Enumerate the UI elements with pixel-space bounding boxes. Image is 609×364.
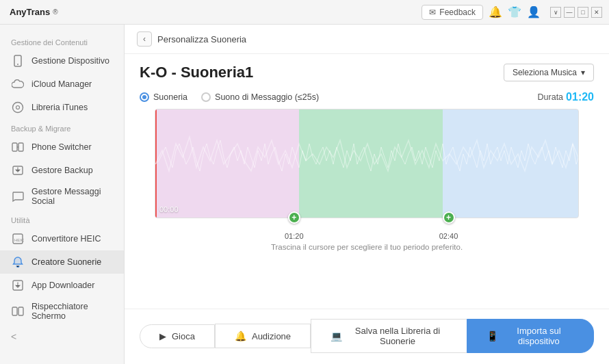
sidebar-section-utility: Utilità (0, 211, 124, 227)
radio-messaggio[interactable]: Suono di Messaggio (≤25s) (201, 92, 319, 102)
action-bar: ▶ Gioca 🔔 Audizione 💻 Salva nella Librer… (125, 309, 609, 364)
sidebar-item-gestore-backup[interactable]: Gestore Backup (0, 159, 124, 182)
music-icon (11, 101, 25, 114)
page-title: K-O - Suoneria1 (140, 64, 253, 81)
sidebar-label-phone-switcher: Phone Switcher (31, 142, 92, 152)
play-icon: ▶ (159, 331, 166, 341)
sidebar-item-itunes[interactable]: Libreria iTunes (0, 96, 124, 119)
drag-handle-left[interactable] (288, 211, 300, 224)
play-label: Gioca (172, 331, 195, 341)
dropdown-icon: ▾ (581, 68, 585, 77)
backup-icon (11, 164, 25, 177)
sidebar-section-content: Gestione dei Contenuti (0, 33, 124, 49)
sidebar-item-messaggi[interactable]: Gestore Messaggi Social (0, 182, 124, 211)
window-controls: ∨ — □ ✕ (550, 7, 602, 18)
save-label: Salva nella Libreria di Suonerie (348, 326, 448, 346)
back-icon: ‹ (143, 34, 146, 44)
app-name: AnyTrans (10, 7, 50, 17)
save-icon: 💻 (331, 330, 342, 341)
drag-handle-right[interactable] (443, 211, 455, 224)
sidebar: Gestione dei Contenuti Gestione Disposit… (0, 25, 125, 364)
svg-rect-5 (18, 143, 23, 151)
svg-point-1 (17, 64, 18, 65)
radio-label-suoneria: Suoneria (153, 92, 187, 102)
cloud-icon (11, 77, 25, 91)
feedback-mail-icon: ✉ (429, 8, 436, 17)
time-label-right: 02:40 (439, 232, 458, 240)
sidebar-label-itunes: Libreria iTunes (31, 103, 88, 112)
save-library-button[interactable]: 💻 Salva nella Libreria di Suonerie (311, 319, 467, 353)
feedback-button[interactable]: ✉ Feedback (422, 5, 483, 20)
breadcrumb-title: Personalizza Suoneria (157, 34, 246, 44)
mirror-icon (11, 304, 25, 318)
app-reg: ® (53, 8, 57, 16)
svg-point-3 (16, 106, 20, 109)
feedback-label: Feedback (439, 8, 476, 17)
select-music-label: Seleziona Musica (513, 68, 577, 77)
content-area: ‹ Personalizza Suoneria K-O - Suoneria1 … (125, 25, 609, 364)
import-device-button[interactable]: 📱 Importa sul dispositivo (467, 319, 594, 353)
sidebar-item-phone-switcher[interactable]: Phone Switcher (0, 135, 124, 159)
audition-button[interactable]: 🔔 Audizione (215, 324, 311, 348)
breadcrumb-bar: ‹ Personalizza Suoneria (125, 25, 609, 54)
duration-label: Durata (538, 92, 564, 102)
ringtone-icon (11, 255, 25, 269)
page-header: K-O - Suoneria1 Seleziona Musica ▾ (125, 54, 609, 88)
time-label-left: 01:20 (285, 232, 304, 240)
sidebar-label-heic: Convertitore HEIC (31, 234, 101, 244)
titlebar: AnyTrans ® ✉ Feedback 🔔 👕 👤 ∨ — □ ✕ (0, 0, 609, 25)
sidebar-label-messaggi: Gestore Messaggi Social (31, 187, 113, 206)
minimize-button[interactable]: — (564, 7, 575, 18)
svg-rect-4 (12, 143, 17, 151)
sidebar-item-app-downloader[interactable]: App Downloader (0, 274, 124, 297)
audition-icon: 🔔 (235, 330, 246, 341)
import-icon: 📱 (487, 330, 498, 341)
waveform-svg (155, 109, 578, 218)
waveform-wrapper: 00:00 01:20 02:40 (140, 109, 594, 218)
duration-value: 01:20 (566, 91, 594, 103)
sidebar-item-heic[interactable]: HEIC Convertitore HEIC (0, 227, 124, 250)
sidebar-label-icloud: iCloud Manager (31, 79, 92, 89)
play-button[interactable]: ▶ Gioca (140, 324, 215, 348)
chevron-down-button[interactable]: ∨ (550, 7, 561, 18)
sidebar-label-creatore-suonerie: Creatore Suonerie (31, 257, 101, 267)
heic-icon: HEIC (11, 232, 25, 246)
waveform-container[interactable]: 00:00 (155, 109, 579, 218)
audition-label: Audizione (252, 331, 291, 341)
switcher-icon (11, 140, 25, 154)
sidebar-collapse-button[interactable]: < (0, 326, 124, 348)
duration-display: Durata 01:20 (538, 91, 594, 103)
maximize-button[interactable]: □ (578, 7, 588, 18)
titlebar-right: ✉ Feedback 🔔 👕 👤 ∨ — □ ✕ (422, 5, 602, 20)
sidebar-label-gestore-backup: Gestore Backup (31, 166, 93, 175)
breadcrumb-back-button[interactable]: ‹ (137, 31, 152, 47)
collapse-icon: < (11, 331, 16, 342)
sidebar-item-icloud[interactable]: iCloud Manager (0, 73, 124, 96)
close-button[interactable]: ✕ (591, 7, 602, 18)
radio-circle-messaggio (201, 92, 211, 102)
import-label: Importa sul dispositivo (504, 326, 574, 346)
sidebar-item-gestione-dispositivo[interactable]: Gestione Dispositivo (0, 49, 124, 73)
sidebar-item-creatore-suonerie[interactable]: Creatore Suonerie (0, 250, 124, 274)
notification-icon[interactable]: 🔔 (489, 5, 502, 18)
sidebar-item-rispecchiatore[interactable]: Rispecchiatore Schermo (0, 297, 124, 326)
svg-rect-11 (18, 307, 23, 315)
shirt-icon[interactable]: 👕 (508, 5, 521, 18)
sidebar-label-app-downloader: App Downloader (31, 281, 94, 290)
message-icon (11, 190, 25, 203)
select-music-button[interactable]: Seleziona Musica ▾ (504, 64, 594, 81)
svg-point-2 (13, 103, 23, 113)
sidebar-section-backup: Backup & Migrare (0, 119, 124, 135)
user-icon[interactable]: 👤 (527, 5, 541, 18)
titlebar-left: AnyTrans ® (10, 7, 58, 17)
radio-suoneria[interactable]: Suoneria (140, 92, 187, 102)
radio-circle-suoneria (140, 92, 149, 102)
app-download-icon (11, 278, 25, 292)
main-layout: Gestione dei Contenuti Gestione Disposit… (0, 25, 609, 364)
radio-row: Suoneria Suono di Messaggio (≤25s) Durat… (125, 88, 609, 109)
time-start-label: 00:00 (159, 205, 179, 213)
radio-options: Suoneria Suono di Messaggio (≤25s) (140, 92, 319, 102)
svg-rect-10 (12, 307, 17, 315)
device-icon (11, 54, 25, 68)
hint-text: Trascina il cursore per scegliere il tuo… (125, 243, 609, 251)
